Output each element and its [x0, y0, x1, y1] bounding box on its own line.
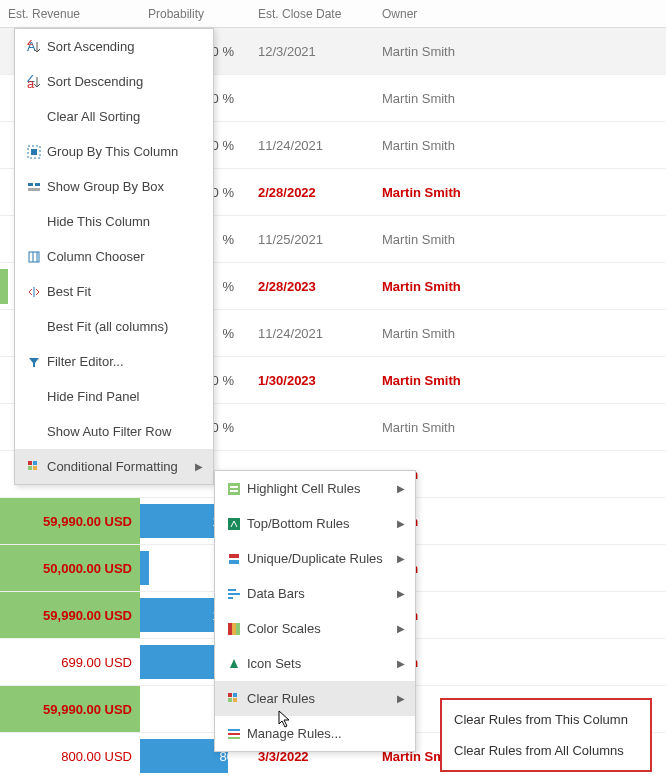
menu-clear-rules-this-column[interactable]: Clear Rules from This Column	[442, 704, 650, 735]
chevron-right-icon: ▶	[397, 588, 405, 599]
svg-rect-28	[236, 623, 240, 635]
menu-sort-descending[interactable]: Za Sort Descending	[15, 64, 213, 99]
svg-rect-19	[230, 490, 238, 492]
cell-close-date: 1/30/2023	[250, 373, 374, 388]
menu-label: Show Group By Box	[47, 179, 164, 194]
header-close-date[interactable]: Est. Close Date	[250, 7, 374, 21]
cell-owner: Martin Smith	[374, 373, 534, 388]
svg-rect-27	[232, 623, 236, 635]
menu-manage-rules[interactable]: Manage Rules...	[215, 716, 415, 751]
menu-label: Clear Rules	[247, 691, 315, 706]
cell-revenue: 59,990.00 USD	[0, 686, 140, 732]
menu-label: Icon Sets	[247, 656, 301, 671]
svg-rect-35	[228, 737, 240, 739]
menu-conditional-formatting[interactable]: Conditional Formatting ▶	[15, 449, 213, 484]
svg-rect-13	[28, 461, 32, 465]
highlight-icon	[221, 482, 247, 496]
header-est-revenue[interactable]: Est. Revenue	[0, 7, 140, 21]
cell-revenue: 59,990.00 USD	[0, 498, 140, 544]
svg-rect-26	[228, 623, 232, 635]
menu-hide-column[interactable]: Hide This Column	[15, 204, 213, 239]
menu-clear-rules-all-columns[interactable]: Clear Rules from All Columns	[442, 735, 650, 766]
svg-rect-7	[35, 183, 40, 186]
cell-close-date: 11/25/2021	[250, 232, 374, 247]
svg-rect-22	[229, 560, 239, 564]
menu-unique-duplicate[interactable]: Unique/Duplicate Rules ▶	[215, 541, 415, 576]
cell-owner: Martin Smith	[374, 185, 534, 200]
menu-show-auto-filter[interactable]: Show Auto Filter Row	[15, 414, 213, 449]
menu-label: Best Fit	[47, 284, 91, 299]
svg-rect-6	[28, 183, 33, 186]
svg-rect-29	[228, 693, 232, 697]
menu-sort-ascending[interactable]: Az Sort Ascending	[15, 29, 213, 64]
manage-rules-icon	[221, 727, 247, 741]
cell-owner: Martin Smith	[374, 326, 534, 341]
cell-revenue: 50,000.00 USD	[0, 545, 140, 591]
svg-rect-21	[229, 554, 239, 558]
chevron-right-icon: ▶	[397, 483, 405, 494]
svg-rect-24	[228, 593, 240, 595]
menu-filter-editor[interactable]: Filter Editor...	[15, 344, 213, 379]
menu-label: Hide Find Panel	[47, 389, 140, 404]
svg-rect-20	[228, 518, 240, 530]
menu-clear-sorting[interactable]: Clear All Sorting	[15, 99, 213, 134]
cell-close-date: 12/3/2021	[250, 44, 374, 59]
menu-best-fit-all[interactable]: Best Fit (all columns)	[15, 309, 213, 344]
data-bars-icon	[221, 587, 247, 601]
svg-rect-33	[228, 729, 240, 731]
top-bottom-icon	[221, 517, 247, 531]
menu-label: Color Scales	[247, 621, 321, 636]
color-scales-icon	[221, 622, 247, 636]
best-fit-icon	[21, 285, 47, 299]
menu-label: Conditional Formatting	[47, 459, 178, 474]
svg-text:z: z	[27, 40, 34, 48]
svg-rect-30	[233, 693, 237, 697]
cell-revenue: 59,990.00 USD	[0, 592, 140, 638]
menu-hide-find-panel[interactable]: Hide Find Panel	[15, 379, 213, 414]
menu-label: Filter Editor...	[47, 354, 124, 369]
menu-label: Clear All Sorting	[47, 109, 140, 124]
header-owner[interactable]: Owner	[374, 7, 534, 21]
group-icon	[21, 145, 47, 159]
menu-color-scales[interactable]: Color Scales ▶	[215, 611, 415, 646]
menu-best-fit[interactable]: Best Fit	[15, 274, 213, 309]
menu-label: Highlight Cell Rules	[247, 481, 360, 496]
column-context-menu: Az Sort Ascending Za Sort Descending Cle…	[14, 28, 214, 485]
menu-icon-sets[interactable]: Icon Sets ▶	[215, 646, 415, 681]
menu-clear-rules[interactable]: Clear Rules ▶	[215, 681, 415, 716]
menu-column-chooser[interactable]: Column Chooser	[15, 239, 213, 274]
cell-owner: Martin Smith	[374, 232, 534, 247]
cell-owner: Martin Smith	[374, 44, 534, 59]
filter-icon	[21, 355, 47, 369]
unique-dup-icon	[221, 552, 247, 566]
svg-rect-25	[228, 597, 233, 599]
clear-rules-icon	[221, 692, 247, 706]
column-chooser-icon	[21, 250, 47, 264]
menu-data-bars[interactable]: Data Bars ▶	[215, 576, 415, 611]
menu-label: Manage Rules...	[247, 726, 342, 741]
probability-bar	[140, 551, 149, 585]
menu-highlight-rules[interactable]: Highlight Cell Rules ▶	[215, 471, 415, 506]
cell-close-date: 11/24/2021	[250, 326, 374, 341]
menu-label: Column Chooser	[47, 249, 145, 264]
svg-rect-15	[28, 466, 32, 470]
conditional-format-icon	[21, 460, 47, 474]
cell-close-date: 2/28/2023	[250, 279, 374, 294]
svg-rect-31	[228, 698, 232, 702]
menu-label: Hide This Column	[47, 214, 150, 229]
menu-top-bottom-rules[interactable]: Top/Bottom Rules ▶	[215, 506, 415, 541]
chevron-right-icon: ▶	[397, 623, 405, 634]
icon-sets-icon	[221, 657, 247, 671]
menu-show-group-box[interactable]: Show Group By Box	[15, 169, 213, 204]
sort-desc-icon: Za	[21, 75, 47, 89]
cell-owner: Martin Smith	[374, 279, 534, 294]
group-box-icon	[21, 180, 47, 194]
menu-group-by-column[interactable]: Group By This Column	[15, 134, 213, 169]
svg-rect-5	[31, 149, 37, 155]
header-probability[interactable]: Probability	[140, 7, 250, 21]
menu-label: Sort Descending	[47, 74, 143, 89]
svg-rect-34	[228, 733, 240, 735]
cell-owner: Martin Smith	[374, 420, 534, 435]
menu-label: Best Fit (all columns)	[47, 319, 168, 334]
cell-owner: Martin Smith	[374, 91, 534, 106]
